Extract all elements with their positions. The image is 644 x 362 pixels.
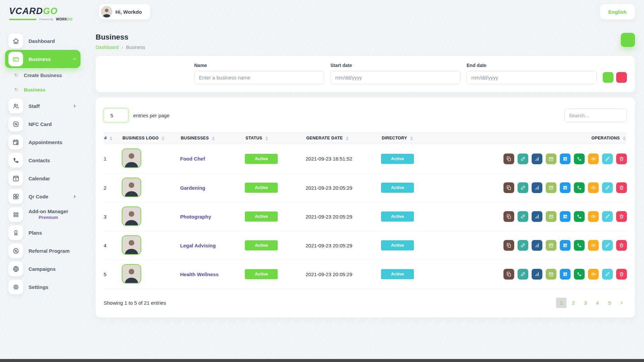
business-name-input[interactable] [194, 71, 324, 84]
business-logo[interactable] [122, 148, 141, 168]
column-header-businesses[interactable]: BUSINESSES [180, 132, 245, 144]
column-header-operations[interactable]: OPERATIONS [501, 132, 627, 144]
business-logo[interactable] [122, 235, 141, 255]
view-button[interactable] [588, 240, 599, 251]
calendar-button[interactable] [546, 182, 556, 193]
sidebar-item-appointments[interactable]: Appointments [5, 133, 80, 151]
sidebar-item-dashboard[interactable]: Dashboard [5, 32, 80, 50]
phone-button[interactable] [574, 211, 585, 222]
business-name-link[interactable]: Photography [180, 214, 211, 220]
breadcrumb-dashboard[interactable]: Dashboard [96, 45, 119, 50]
business-logo[interactable] [122, 178, 141, 197]
business-name-cell: Legal Advising [180, 231, 245, 260]
delete-button[interactable] [616, 211, 627, 222]
directory-badge: Active [381, 212, 414, 222]
edit-button[interactable] [602, 240, 613, 251]
sidebar-item-qr-code[interactable]: Qr Code [5, 187, 80, 205]
edit-button[interactable] [602, 269, 613, 280]
business-logo[interactable] [122, 206, 141, 226]
sidebar-item-nfc-card[interactable]: NFC Card [5, 115, 80, 133]
calendar-button[interactable] [546, 269, 556, 280]
qr-code-button[interactable] [560, 182, 571, 193]
horizontal-scrollbar[interactable] [0, 359, 644, 362]
sidebar-subitem-business[interactable]: Business [5, 82, 80, 97]
business-name-link[interactable]: Gardening [180, 185, 205, 191]
copy-button[interactable] [503, 269, 514, 280]
copy-button[interactable] [503, 240, 514, 251]
delete-button[interactable] [616, 269, 627, 280]
sidebar-subitem-create-business[interactable]: Create Business [5, 68, 80, 82]
calendar-button[interactable] [546, 154, 556, 164]
calendar-button[interactable] [546, 211, 556, 222]
page-button-5[interactable]: 5 [604, 298, 615, 308]
business-name-link[interactable]: Legal Advising [180, 243, 216, 248]
page-button-4[interactable]: 4 [592, 298, 603, 308]
sidebar-item-add-on-manager[interactable]: Add-on ManagerPremium [5, 205, 80, 224]
analytics-button[interactable] [532, 154, 542, 164]
language-selector[interactable]: English [600, 4, 635, 19]
delete-button[interactable] [616, 240, 627, 251]
end-date-input[interactable] [467, 71, 597, 84]
page-button-3[interactable]: 3 [580, 298, 591, 308]
sidebar-item-settings[interactable]: Settings [5, 278, 80, 296]
qr-code-button[interactable] [560, 240, 571, 251]
analytics-button[interactable] [532, 182, 542, 193]
analytics-button[interactable] [532, 211, 542, 222]
link-button[interactable] [518, 211, 528, 222]
column-header-generate-date[interactable]: GENERATE DATE [306, 132, 381, 144]
business-logo[interactable] [122, 264, 141, 284]
link-button[interactable] [518, 182, 528, 193]
view-button[interactable] [588, 211, 599, 222]
column-header-directory[interactable]: DIRECTORY [381, 132, 501, 144]
copy-button[interactable] [503, 211, 514, 222]
column-header-status[interactable]: STATUS [245, 132, 306, 144]
column-header-[interactable]: # [104, 132, 122, 144]
next-page-button[interactable]: › [616, 298, 627, 308]
edit-button[interactable] [602, 182, 613, 193]
view-button[interactable] [588, 154, 599, 164]
page-button-1[interactable]: 1 [556, 298, 567, 308]
sidebar-item-calendar[interactable]: Calendar [5, 169, 80, 187]
sidebar-item-plans[interactable]: Plans [5, 224, 80, 242]
view-button[interactable] [588, 182, 599, 193]
view-button[interactable] [588, 269, 599, 280]
start-date-input[interactable] [330, 71, 461, 84]
sidebar-item-business[interactable]: Business [5, 50, 80, 68]
delete-button[interactable] [616, 182, 627, 193]
filter-search-button[interactable] [603, 72, 613, 83]
sidebar-item-contacts[interactable]: Contacts [5, 151, 80, 169]
qr-code-button[interactable] [560, 269, 571, 280]
sidebar-item-campaigns[interactable]: Campaigns [5, 260, 80, 278]
qr-code-button[interactable] [560, 154, 571, 164]
sidebar-item-referral-program[interactable]: Referral Program [5, 242, 80, 260]
sidebar-item-label: Contacts [29, 158, 50, 163]
business-name-link[interactable]: Health Wellness [180, 272, 219, 277]
qr-code-button[interactable] [560, 211, 571, 222]
calendar-button[interactable] [546, 240, 556, 251]
link-button[interactable] [518, 240, 528, 251]
phone-button[interactable] [574, 154, 585, 164]
analytics-button[interactable] [532, 240, 542, 251]
edit-button[interactable] [602, 211, 613, 222]
analytics-button[interactable] [532, 269, 542, 280]
business-name-link[interactable]: Food Chef [180, 156, 205, 162]
page-button-2[interactable]: 2 [568, 298, 579, 308]
add-business-button[interactable] [621, 33, 635, 47]
business-logo-cell [122, 231, 180, 260]
brand-logo[interactable]: VCARDGO Powered By WORKDO [5, 5, 80, 26]
edit-button[interactable] [602, 154, 613, 164]
link-button[interactable] [518, 154, 528, 164]
copy-button[interactable] [503, 182, 514, 193]
delete-button[interactable] [616, 154, 627, 164]
entries-per-page-select[interactable]: 5 [104, 109, 128, 122]
link-button[interactable] [518, 269, 528, 280]
sidebar-item-staff[interactable]: Staff [5, 97, 80, 115]
column-header-business-logo[interactable]: BUSINESS LOGO [122, 132, 180, 144]
filter-reset-button[interactable] [616, 72, 627, 83]
phone-button[interactable] [574, 182, 585, 193]
copy-button[interactable] [503, 154, 514, 164]
phone-button[interactable] [574, 269, 585, 280]
user-menu[interactable]: Hi, Workdo [99, 4, 150, 19]
table-search-input[interactable] [564, 108, 627, 122]
phone-button[interactable] [574, 240, 585, 251]
